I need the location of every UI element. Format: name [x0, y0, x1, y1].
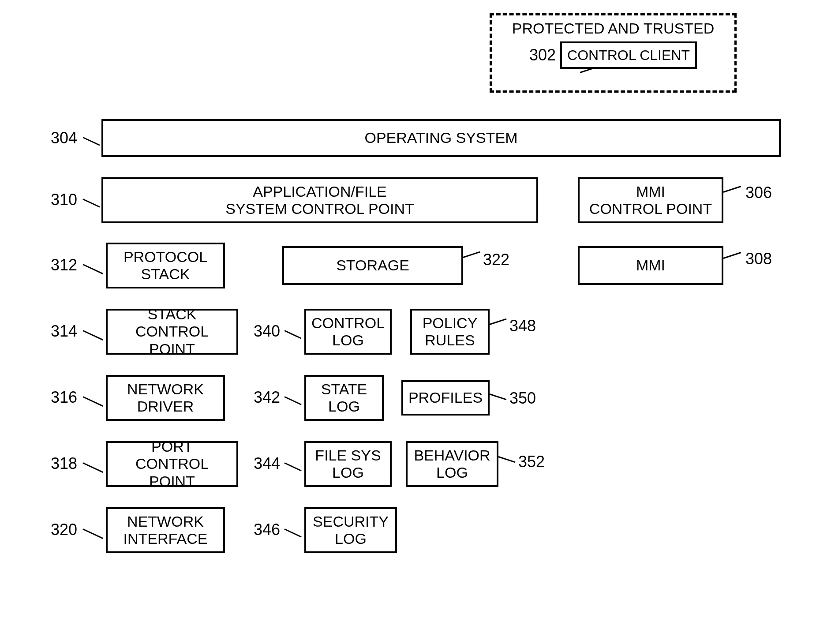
ref-304: 304 — [51, 129, 77, 147]
connector-302 — [580, 68, 592, 73]
protected-trusted-title: PROTECTED AND TRUSTED — [497, 20, 729, 37]
stack-control-point-label: STACK CONTROL POINT — [112, 306, 232, 357]
ref-348: 348 — [509, 317, 536, 335]
ref-312: 312 — [51, 256, 77, 274]
ref-314: 314 — [51, 322, 77, 341]
stack-control-point-box: STACK CONTROL POINT — [106, 309, 238, 355]
protected-trusted-group: PROTECTED AND TRUSTED 302 CONTROL CLIENT — [490, 13, 737, 93]
network-driver-label: NETWORK DRIVER — [127, 381, 204, 415]
filesys-log-box: FILE SYS LOG — [304, 441, 392, 487]
connector-306 — [723, 186, 741, 193]
state-log-box: STATE LOG — [304, 375, 384, 421]
mmi-label: MMI — [636, 257, 665, 274]
connector-344 — [284, 462, 301, 471]
mmi-control-point-box: MMI CONTROL POINT — [578, 177, 723, 223]
port-control-point-box: PORT CONTROL POINT — [106, 441, 238, 487]
protocol-stack-box: PROTOCOL STACK — [106, 243, 225, 288]
control-log-box: CONTROL LOG — [304, 309, 392, 355]
ref-352: 352 — [518, 453, 545, 471]
mmi-box: MMI — [578, 246, 723, 285]
connector-318 — [82, 462, 103, 473]
app-fs-control-point-label: APPLICATION/FILE SYSTEM CONTROL POINT — [225, 183, 414, 217]
profiles-label: PROFILES — [408, 389, 483, 406]
connector-308 — [723, 252, 741, 259]
behavior-log-label: BEHAVIOR LOG — [414, 447, 490, 481]
ref-344: 344 — [254, 454, 280, 473]
ref-316: 316 — [51, 388, 77, 407]
connector-322 — [463, 251, 480, 258]
connector-314 — [82, 330, 103, 341]
connector-346 — [284, 528, 301, 537]
ref-350: 350 — [509, 389, 536, 408]
storage-label: STORAGE — [336, 257, 409, 274]
ref-320: 320 — [51, 520, 77, 539]
network-interface-label: NETWORK INTERFACE — [124, 513, 208, 547]
mmi-control-point-label: MMI CONTROL POINT — [589, 183, 712, 217]
security-log-label: SECURITY LOG — [313, 513, 389, 547]
port-control-point-label: PORT CONTROL POINT — [112, 438, 232, 490]
security-log-box: SECURITY LOG — [304, 507, 397, 553]
operating-system-label: OPERATING SYSTEM — [365, 129, 518, 146]
behavior-log-box: BEHAVIOR LOG — [406, 441, 498, 487]
control-log-label: CONTROL LOG — [311, 315, 385, 349]
ref-340: 340 — [254, 322, 280, 341]
ref-308: 308 — [745, 250, 772, 268]
ref-310: 310 — [51, 191, 77, 209]
connector-310 — [82, 198, 100, 207]
connector-316 — [82, 396, 103, 407]
app-fs-control-point-box: APPLICATION/FILE SYSTEM CONTROL POINT — [101, 177, 538, 223]
protocol-stack-label: PROTOCOL STACK — [124, 248, 207, 283]
control-client-box: CONTROL CLIENT — [560, 41, 697, 69]
filesys-log-label: FILE SYS LOG — [315, 447, 381, 481]
connector-320 — [82, 528, 103, 539]
connector-352 — [498, 456, 516, 463]
ref-322: 322 — [483, 251, 509, 269]
connector-350 — [490, 393, 507, 400]
network-interface-box: NETWORK INTERFACE — [106, 507, 225, 553]
state-log-label: STATE LOG — [321, 381, 367, 415]
ref-318: 318 — [51, 454, 77, 473]
policy-rules-label: POLICY RULES — [423, 315, 478, 349]
ref-342: 342 — [254, 388, 280, 407]
connector-312 — [82, 264, 103, 274]
connector-348 — [490, 318, 507, 325]
profiles-box: PROFILES — [401, 380, 490, 416]
ref-346: 346 — [254, 520, 280, 539]
network-driver-box: NETWORK DRIVER — [106, 375, 225, 421]
connector-340 — [284, 330, 301, 339]
storage-box: STORAGE — [282, 246, 463, 285]
policy-rules-box: POLICY RULES — [410, 309, 490, 355]
ref-302: 302 — [529, 46, 556, 64]
operating-system-box: OPERATING SYSTEM — [101, 119, 781, 157]
control-client-label: CONTROL CLIENT — [567, 47, 690, 64]
connector-304 — [82, 137, 100, 146]
ref-306: 306 — [745, 183, 772, 202]
connector-342 — [284, 396, 301, 405]
